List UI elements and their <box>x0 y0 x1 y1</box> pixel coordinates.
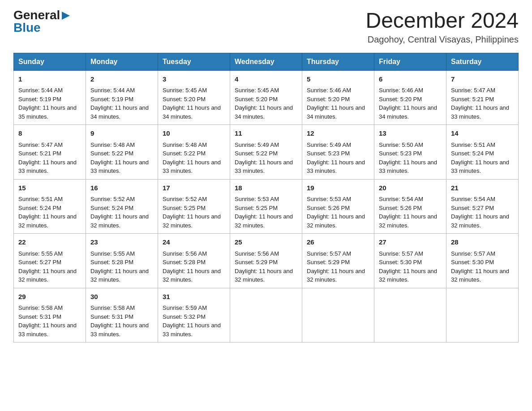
calendar-cell: 13 Sunrise: 5:50 AM Sunset: 5:23 PM Dayl… <box>374 125 446 180</box>
sunrise-label: Sunrise: 5:52 AM <box>90 196 135 202</box>
calendar-week-3: 15 Sunrise: 5:51 AM Sunset: 5:24 PM Dayl… <box>14 179 519 234</box>
calendar-cell: 14 Sunrise: 5:51 AM Sunset: 5:24 PM Dayl… <box>446 125 519 180</box>
daylight-label: Daylight: 11 hours and 34 minutes. <box>379 104 437 120</box>
sunset-label: Sunset: 5:28 PM <box>90 259 133 265</box>
sunset-label: Sunset: 5:25 PM <box>163 205 206 211</box>
sunset-label: Sunset: 5:19 PM <box>18 96 61 103</box>
sunset-label: Sunset: 5:22 PM <box>235 150 278 157</box>
calendar-cell: 2 Sunrise: 5:44 AM Sunset: 5:19 PM Dayli… <box>86 70 158 125</box>
sunset-label: Sunset: 5:22 PM <box>90 150 133 157</box>
header-friday: Friday <box>374 53 446 70</box>
day-number: 2 <box>90 74 153 85</box>
day-number: 14 <box>451 128 514 139</box>
day-number: 18 <box>235 183 297 193</box>
calendar-cell: 19 Sunrise: 5:53 AM Sunset: 5:26 PM Dayl… <box>302 179 374 234</box>
day-number: 19 <box>307 183 369 193</box>
calendar-cell: 5 Sunrise: 5:46 AM Sunset: 5:20 PM Dayli… <box>302 70 374 125</box>
calendar-cell <box>230 288 302 342</box>
daylight-label: Daylight: 11 hours and 34 minutes. <box>307 104 365 120</box>
header-wednesday: Wednesday <box>230 53 302 70</box>
day-number: 11 <box>235 128 297 139</box>
location-subtitle: Dagohoy, Central Visayas, Philippines <box>365 34 519 45</box>
page-header: General Blue December 2024 Dagohoy, Cent… <box>13 9 519 45</box>
calendar-cell: 9 Sunrise: 5:48 AM Sunset: 5:22 PM Dayli… <box>86 125 158 180</box>
calendar-table: SundayMondayTuesdayWednesdayThursdayFrid… <box>13 53 519 343</box>
sunset-label: Sunset: 5:30 PM <box>379 259 422 265</box>
calendar-cell: 22 Sunrise: 5:55 AM Sunset: 5:27 PM Dayl… <box>14 234 86 288</box>
sunset-label: Sunset: 5:22 PM <box>163 150 206 157</box>
sunrise-label: Sunrise: 5:55 AM <box>18 250 63 257</box>
calendar-cell: 15 Sunrise: 5:51 AM Sunset: 5:24 PM Dayl… <box>14 179 86 234</box>
daylight-label: Daylight: 11 hours and 33 minutes. <box>18 322 77 338</box>
svg-marker-0 <box>62 12 70 20</box>
day-number: 21 <box>451 183 514 193</box>
sunrise-label: Sunrise: 5:54 AM <box>451 196 495 202</box>
sunset-label: Sunset: 5:19 PM <box>90 96 133 103</box>
sunrise-label: Sunrise: 5:45 AM <box>235 87 279 94</box>
calendar-cell: 30 Sunrise: 5:58 AM Sunset: 5:31 PM Dayl… <box>86 288 158 342</box>
sunset-label: Sunset: 5:32 PM <box>163 313 206 320</box>
sunrise-label: Sunrise: 5:56 AM <box>163 250 207 257</box>
title-area: December 2024 Dagohoy, Central Visayas, … <box>365 9 519 45</box>
logo-arrow-icon <box>61 11 71 21</box>
day-number: 23 <box>90 237 153 248</box>
sunrise-label: Sunrise: 5:53 AM <box>307 196 351 202</box>
day-number: 16 <box>90 183 153 193</box>
sunrise-label: Sunrise: 5:58 AM <box>90 304 135 311</box>
sunrise-label: Sunrise: 5:46 AM <box>307 87 351 94</box>
sunrise-label: Sunrise: 5:45 AM <box>163 87 207 94</box>
calendar-week-4: 22 Sunrise: 5:55 AM Sunset: 5:27 PM Dayl… <box>14 234 519 288</box>
sunrise-label: Sunrise: 5:52 AM <box>163 196 207 202</box>
day-number: 9 <box>90 128 153 139</box>
sunrise-label: Sunrise: 5:51 AM <box>18 196 63 202</box>
calendar-cell: 21 Sunrise: 5:54 AM Sunset: 5:27 PM Dayl… <box>446 179 519 234</box>
calendar-cell <box>446 288 519 342</box>
day-number: 24 <box>163 237 225 248</box>
calendar-cell: 3 Sunrise: 5:45 AM Sunset: 5:20 PM Dayli… <box>158 70 230 125</box>
day-number: 15 <box>18 183 81 193</box>
sunrise-label: Sunrise: 5:47 AM <box>18 141 63 148</box>
logo: General Blue <box>13 9 71 34</box>
daylight-label: Daylight: 11 hours and 32 minutes. <box>235 268 293 283</box>
sunrise-label: Sunrise: 5:47 AM <box>451 87 495 94</box>
daylight-label: Daylight: 11 hours and 32 minutes. <box>379 268 437 283</box>
daylight-label: Daylight: 11 hours and 32 minutes. <box>307 268 365 283</box>
calendar-week-1: 1 Sunrise: 5:44 AM Sunset: 5:19 PM Dayli… <box>14 70 519 125</box>
calendar-cell: 28 Sunrise: 5:57 AM Sunset: 5:30 PM Dayl… <box>446 234 519 288</box>
day-number: 27 <box>379 237 442 248</box>
sunrise-label: Sunrise: 5:51 AM <box>451 141 495 148</box>
calendar-cell: 12 Sunrise: 5:49 AM Sunset: 5:23 PM Dayl… <box>302 125 374 180</box>
calendar-cell: 11 Sunrise: 5:49 AM Sunset: 5:22 PM Dayl… <box>230 125 302 180</box>
daylight-label: Daylight: 11 hours and 32 minutes. <box>307 213 365 229</box>
daylight-label: Daylight: 11 hours and 32 minutes. <box>451 268 509 283</box>
daylight-label: Daylight: 11 hours and 33 minutes. <box>163 322 221 338</box>
daylight-label: Daylight: 11 hours and 32 minutes. <box>163 268 221 283</box>
calendar-cell: 26 Sunrise: 5:57 AM Sunset: 5:29 PM Dayl… <box>302 234 374 288</box>
sunrise-label: Sunrise: 5:56 AM <box>235 250 279 257</box>
daylight-label: Daylight: 11 hours and 33 minutes. <box>235 159 293 175</box>
daylight-label: Daylight: 11 hours and 33 minutes. <box>163 159 221 175</box>
calendar-cell: 31 Sunrise: 5:59 AM Sunset: 5:32 PM Dayl… <box>158 288 230 342</box>
day-number: 30 <box>90 292 153 302</box>
sunrise-label: Sunrise: 5:55 AM <box>90 250 135 257</box>
sunset-label: Sunset: 5:24 PM <box>18 205 61 211</box>
calendar-cell: 10 Sunrise: 5:48 AM Sunset: 5:22 PM Dayl… <box>158 125 230 180</box>
calendar-cell: 18 Sunrise: 5:53 AM Sunset: 5:25 PM Dayl… <box>230 179 302 234</box>
sunset-label: Sunset: 5:20 PM <box>163 96 206 103</box>
sunset-label: Sunset: 5:28 PM <box>163 259 206 265</box>
sunrise-label: Sunrise: 5:50 AM <box>379 141 423 148</box>
daylight-label: Daylight: 11 hours and 33 minutes. <box>451 159 509 175</box>
sunset-label: Sunset: 5:21 PM <box>18 150 61 157</box>
header-sunday: Sunday <box>14 53 86 70</box>
daylight-label: Daylight: 11 hours and 34 minutes. <box>163 104 221 120</box>
logo-blue: Blue <box>13 21 41 34</box>
sunset-label: Sunset: 5:30 PM <box>451 259 494 265</box>
month-year-title: December 2024 <box>365 9 519 33</box>
sunset-label: Sunset: 5:31 PM <box>90 313 133 320</box>
sunset-label: Sunset: 5:20 PM <box>235 96 278 103</box>
calendar-cell: 17 Sunrise: 5:52 AM Sunset: 5:25 PM Dayl… <box>158 179 230 234</box>
day-number: 12 <box>307 128 369 139</box>
day-number: 22 <box>18 237 81 248</box>
calendar-cell: 16 Sunrise: 5:52 AM Sunset: 5:24 PM Dayl… <box>86 179 158 234</box>
sunset-label: Sunset: 5:24 PM <box>90 205 133 211</box>
